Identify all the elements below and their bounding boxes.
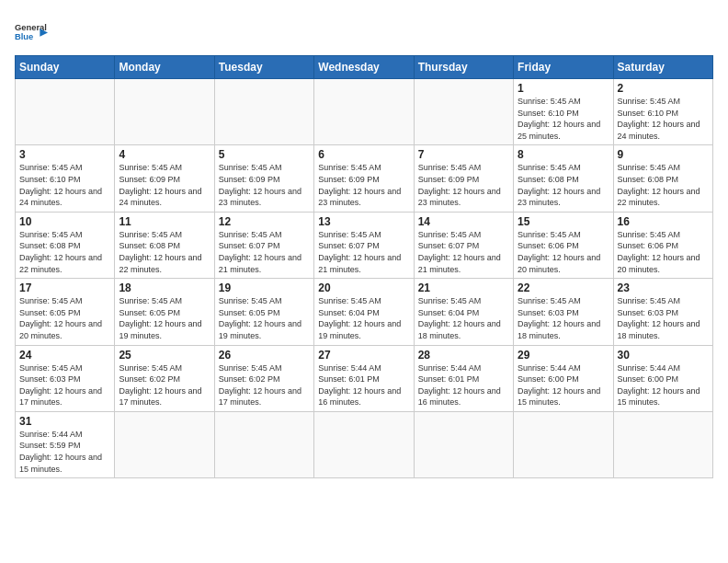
day-number: 23 [618,282,709,294]
day-info: Sunrise: 5:44 AM Sunset: 6:00 PM Dayligh… [618,362,709,408]
day-info: Sunrise: 5:45 AM Sunset: 6:08 PM Dayligh… [618,162,709,208]
calendar-cell [214,411,313,477]
calendar-cell: 30Sunrise: 5:44 AM Sunset: 6:00 PM Dayli… [613,345,712,411]
day-number: 15 [518,215,609,228]
calendar-cell: 3Sunrise: 5:45 AM Sunset: 6:10 PM Daylig… [16,145,115,212]
day-header-thursday: Thursday [414,56,513,79]
day-number: 4 [119,148,210,161]
day-number: 31 [19,415,110,428]
calendar-cell: 11Sunrise: 5:45 AM Sunset: 6:08 PM Dayli… [115,212,214,278]
day-number: 22 [518,282,609,294]
day-info: Sunrise: 5:45 AM Sunset: 6:02 PM Dayligh… [119,362,210,408]
day-number: 27 [318,349,409,362]
day-number: 17 [19,282,110,294]
calendar-cell: 16Sunrise: 5:45 AM Sunset: 6:06 PM Dayli… [613,212,712,278]
day-number: 11 [119,215,210,228]
day-number: 5 [219,148,310,161]
day-header-tuesday: Tuesday [214,56,313,79]
calendar-cell: 1Sunrise: 5:45 AM Sunset: 6:10 PM Daylig… [514,79,613,145]
day-number: 12 [219,215,310,228]
day-number: 26 [219,349,310,362]
svg-text:Blue: Blue [15,32,33,41]
calendar-cell: 10Sunrise: 5:45 AM Sunset: 6:08 PM Dayli… [16,212,115,278]
day-number: 28 [418,349,509,362]
day-info: Sunrise: 5:45 AM Sunset: 6:08 PM Dayligh… [119,229,210,275]
day-info: Sunrise: 5:45 AM Sunset: 6:09 PM Dayligh… [119,162,210,208]
day-number: 14 [418,215,509,228]
calendar-cell: 12Sunrise: 5:45 AM Sunset: 6:07 PM Dayli… [214,212,313,278]
day-info: Sunrise: 5:44 AM Sunset: 6:01 PM Dayligh… [418,362,509,408]
calendar-table: SundayMondayTuesdayWednesdayThursdayFrid… [15,55,713,478]
calendar-cell: 19Sunrise: 5:45 AM Sunset: 6:05 PM Dayli… [214,279,313,345]
day-number: 9 [618,148,709,161]
day-info: Sunrise: 5:45 AM Sunset: 6:05 PM Dayligh… [19,295,110,341]
day-number: 30 [618,349,709,362]
day-info: Sunrise: 5:45 AM Sunset: 6:10 PM Dayligh… [518,96,609,142]
calendar-cell: 22Sunrise: 5:45 AM Sunset: 6:03 PM Dayli… [514,279,613,345]
day-number: 2 [618,82,709,95]
header: General Blue [15,15,713,48]
calendar-cell [16,79,115,145]
calendar-cell: 2Sunrise: 5:45 AM Sunset: 6:10 PM Daylig… [613,79,712,145]
calendar-cell [514,411,613,477]
calendar-cell: 17Sunrise: 5:45 AM Sunset: 6:05 PM Dayli… [16,279,115,345]
calendar-cell [613,411,712,477]
day-number: 13 [318,215,409,228]
day-info: Sunrise: 5:45 AM Sunset: 6:09 PM Dayligh… [318,162,409,208]
calendar-cell: 18Sunrise: 5:45 AM Sunset: 6:05 PM Dayli… [115,279,214,345]
day-headers-row: SundayMondayTuesdayWednesdayThursdayFrid… [16,56,713,79]
calendar-cell: 20Sunrise: 5:45 AM Sunset: 6:04 PM Dayli… [314,279,414,345]
week-row-2: 3Sunrise: 5:45 AM Sunset: 6:10 PM Daylig… [16,145,713,212]
day-number: 19 [219,282,310,294]
calendar-cell: 24Sunrise: 5:45 AM Sunset: 6:03 PM Dayli… [16,345,115,411]
day-number: 7 [418,148,509,161]
day-info: Sunrise: 5:45 AM Sunset: 6:03 PM Dayligh… [19,362,110,408]
calendar-cell: 29Sunrise: 5:44 AM Sunset: 6:00 PM Dayli… [514,345,613,411]
calendar-cell: 8Sunrise: 5:45 AM Sunset: 6:08 PM Daylig… [514,145,613,212]
day-info: Sunrise: 5:45 AM Sunset: 6:03 PM Dayligh… [518,295,609,341]
calendar-cell: 23Sunrise: 5:45 AM Sunset: 6:03 PM Dayli… [613,279,712,345]
day-number: 18 [119,282,210,294]
calendar-cell: 6Sunrise: 5:45 AM Sunset: 6:09 PM Daylig… [314,145,414,212]
day-info: Sunrise: 5:45 AM Sunset: 6:10 PM Dayligh… [19,162,110,208]
calendar-cell: 26Sunrise: 5:45 AM Sunset: 6:02 PM Dayli… [214,345,313,411]
day-info: Sunrise: 5:45 AM Sunset: 6:09 PM Dayligh… [418,162,509,208]
day-info: Sunrise: 5:45 AM Sunset: 6:06 PM Dayligh… [618,229,709,275]
day-info: Sunrise: 5:45 AM Sunset: 6:04 PM Dayligh… [318,295,409,341]
calendar-cell [414,411,513,477]
day-info: Sunrise: 5:45 AM Sunset: 6:04 PM Dayligh… [418,295,509,341]
day-number: 20 [318,282,409,294]
calendar-cell: 4Sunrise: 5:45 AM Sunset: 6:09 PM Daylig… [115,145,214,212]
calendar-cell [115,411,214,477]
calendar-cell [214,79,313,145]
day-number: 25 [119,349,210,362]
week-row-6: 31Sunrise: 5:44 AM Sunset: 5:59 PM Dayli… [16,411,713,477]
day-info: Sunrise: 5:45 AM Sunset: 6:03 PM Dayligh… [618,295,709,341]
day-header-friday: Friday [514,56,613,79]
calendar-cell: 5Sunrise: 5:45 AM Sunset: 6:09 PM Daylig… [214,145,313,212]
day-info: Sunrise: 5:44 AM Sunset: 6:01 PM Dayligh… [318,362,409,408]
calendar-cell: 21Sunrise: 5:45 AM Sunset: 6:04 PM Dayli… [414,279,513,345]
day-number: 10 [19,215,110,228]
day-number: 8 [518,148,609,161]
calendar-cell [115,79,214,145]
day-info: Sunrise: 5:44 AM Sunset: 6:00 PM Dayligh… [518,362,609,408]
week-row-1: 1Sunrise: 5:45 AM Sunset: 6:10 PM Daylig… [16,79,713,145]
calendar-cell: 15Sunrise: 5:45 AM Sunset: 6:06 PM Dayli… [514,212,613,278]
calendar-cell: 28Sunrise: 5:44 AM Sunset: 6:01 PM Dayli… [414,345,513,411]
logo: General Blue [15,15,48,48]
generalblue-logo-icon: General Blue [15,15,48,48]
day-info: Sunrise: 5:45 AM Sunset: 6:08 PM Dayligh… [518,162,609,208]
day-info: Sunrise: 5:45 AM Sunset: 6:06 PM Dayligh… [518,229,609,275]
day-header-monday: Monday [115,56,214,79]
calendar-cell: 31Sunrise: 5:44 AM Sunset: 5:59 PM Dayli… [16,411,115,477]
day-info: Sunrise: 5:45 AM Sunset: 6:02 PM Dayligh… [219,362,310,408]
day-number: 1 [518,82,609,95]
week-row-5: 24Sunrise: 5:45 AM Sunset: 6:03 PM Dayli… [16,345,713,411]
week-row-4: 17Sunrise: 5:45 AM Sunset: 6:05 PM Dayli… [16,279,713,345]
day-info: Sunrise: 5:45 AM Sunset: 6:07 PM Dayligh… [318,229,409,275]
day-info: Sunrise: 5:45 AM Sunset: 6:07 PM Dayligh… [418,229,509,275]
day-header-wednesday: Wednesday [314,56,414,79]
calendar-cell [314,79,414,145]
day-header-sunday: Sunday [16,56,115,79]
